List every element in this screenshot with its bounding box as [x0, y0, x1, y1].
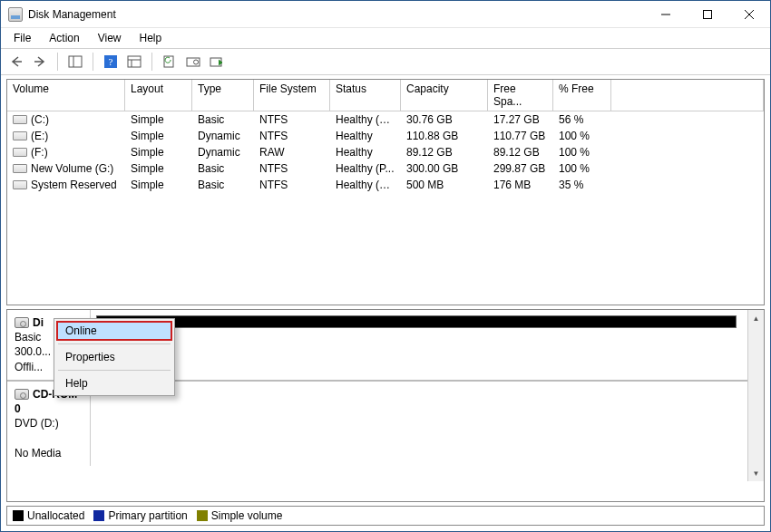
window-controls: [645, 1, 770, 27]
disk-size: 300.0...: [15, 345, 51, 358]
table-row[interactable]: System Reserved Simple Basic NTFS Health…: [7, 177, 764, 193]
svg-rect-1: [704, 10, 712, 18]
svg-point-13: [194, 60, 199, 64]
table-row[interactable]: New Volume (G:) Simple Basic NTFS Health…: [7, 160, 764, 177]
disk-type: Basic: [15, 331, 41, 343]
disk-management-window: Disk Management File Action View Help: [0, 0, 771, 532]
back-button[interactable]: [6, 52, 26, 72]
disk-label: Di: [33, 316, 44, 329]
volume-fs: NTFS: [254, 113, 330, 126]
menu-view[interactable]: View: [89, 30, 131, 46]
volume-list-pane: Volume Layout Type File System Status Ca…: [6, 79, 765, 305]
app-icon: [8, 7, 23, 22]
cdrom-icon: [15, 389, 29, 400]
column-volume[interactable]: Volume: [7, 80, 125, 111]
scroll-down-button[interactable]: ▼: [748, 465, 764, 481]
scroll-up-button[interactable]: ▲: [748, 310, 764, 326]
svg-rect-8: [128, 56, 141, 67]
column-capacity[interactable]: Capacity: [401, 80, 488, 111]
swatch-primary: [93, 510, 104, 521]
disk-type: DVD (D:): [15, 417, 59, 430]
volume-free: 17.27 GB: [488, 113, 553, 126]
swatch-unallocated: [13, 510, 24, 521]
rescan-disks-button[interactable]: [183, 52, 203, 72]
menu-help[interactable]: Help: [131, 30, 171, 46]
help-button[interactable]: ?: [101, 52, 121, 72]
context-menu: Online Properties Help: [54, 318, 175, 396]
minimize-button[interactable]: [645, 1, 687, 27]
volume-name: System Reserved: [31, 179, 117, 191]
swatch-simple: [197, 510, 208, 521]
unallocated-region[interactable]: [96, 315, 737, 328]
volume-name: (E:): [31, 130, 48, 142]
column-filesystem[interactable]: File System: [254, 80, 330, 111]
volume-icon: [13, 180, 27, 189]
context-menu-online[interactable]: Online: [56, 321, 172, 341]
vertical-scrollbar[interactable]: ▲ ▼: [747, 310, 764, 481]
column-free-space[interactable]: Free Spa...: [488, 80, 553, 111]
svg-text:?: ?: [109, 56, 113, 67]
disk-icon: [15, 317, 29, 328]
legend-unallocated: Unallocated: [13, 509, 84, 522]
titlebar: Disk Management: [1, 1, 770, 28]
column-status[interactable]: Status: [330, 80, 401, 111]
legend-simple: Simple volume: [197, 509, 283, 522]
main-content: Volume Layout Type File System Status Ca…: [1, 75, 770, 531]
legend-bar: Unallocated Primary partition Simple vol…: [6, 506, 765, 526]
menu-action[interactable]: Action: [40, 30, 88, 46]
forward-button[interactable]: [30, 52, 50, 72]
settings-button[interactable]: [124, 52, 144, 72]
maximize-button[interactable]: [687, 1, 728, 27]
disk-state: No Media: [15, 447, 61, 459]
column-spacer: [611, 80, 764, 111]
close-button[interactable]: [728, 1, 770, 27]
volume-name: (C:): [31, 113, 49, 126]
volume-capacity: 30.76 GB: [401, 113, 488, 126]
context-menu-help[interactable]: Help: [56, 373, 172, 393]
table-row[interactable]: (F:) Simple Dynamic RAW Healthy 89.12 GB…: [7, 144, 764, 160]
menu-file[interactable]: File: [5, 30, 40, 46]
volume-pct: 56 %: [553, 113, 611, 126]
volume-icon: [13, 164, 27, 173]
legend-primary: Primary partition: [93, 509, 187, 522]
column-layout[interactable]: Layout: [125, 80, 192, 111]
svg-rect-4: [69, 56, 82, 67]
volume-name: New Volume (G:): [31, 162, 113, 175]
volume-icon: [13, 148, 27, 157]
table-row[interactable]: (C:) Simple Basic NTFS Healthy (B... 30.…: [7, 111, 764, 128]
column-type[interactable]: Type: [192, 80, 254, 111]
column-pct-free[interactable]: % Free: [553, 80, 611, 111]
volume-layout: Simple: [125, 113, 192, 126]
action-button[interactable]: [207, 52, 227, 72]
disk-layout-area[interactable]: [91, 310, 764, 380]
volume-name: (F:): [31, 146, 48, 159]
menubar: File Action View Help: [1, 28, 770, 48]
toolbar: ?: [1, 48, 770, 75]
volume-type: Basic: [192, 113, 254, 126]
table-row[interactable]: (E:) Simple Dynamic NTFS Healthy 110.88 …: [7, 128, 764, 144]
refresh-button[interactable]: [160, 52, 180, 72]
volume-status: Healthy (B...: [330, 113, 401, 126]
volume-icon: [13, 131, 27, 140]
disk-layout-area[interactable]: [91, 382, 764, 466]
volume-list-header: Volume Layout Type File System Status Ca…: [7, 80, 764, 111]
show-hide-console-tree-button[interactable]: [65, 52, 85, 72]
disk-state: Offli...: [15, 361, 43, 373]
volume-rows[interactable]: (C:) Simple Basic NTFS Healthy (B... 30.…: [7, 111, 764, 305]
window-title: Disk Management: [28, 8, 116, 21]
context-menu-properties[interactable]: Properties: [56, 347, 172, 367]
volume-icon: [13, 115, 27, 124]
